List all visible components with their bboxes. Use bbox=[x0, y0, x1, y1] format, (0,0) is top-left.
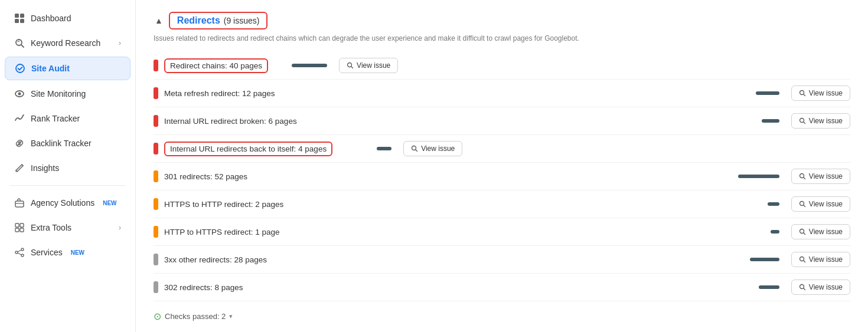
sidebar-label-agency-solutions: Agency Solutions bbox=[31, 198, 94, 208]
view-issue-button-302-redirects[interactable]: View issue bbox=[791, 280, 850, 295]
sidebar-item-rank-tracker[interactable]: Rank Tracker bbox=[5, 107, 130, 130]
issue-bar-3xx-other bbox=[750, 258, 779, 261]
passed-row-case-normalization: Internal redirects from case normalizati… bbox=[154, 328, 850, 332]
checks-passed-chevron: ▾ bbox=[229, 313, 233, 320]
svg-line-33 bbox=[803, 233, 805, 235]
issue-row-redirect-chains: Redirect chains: 40 pages View issue bbox=[154, 52, 850, 80]
sidebar-label-insights: Insights bbox=[31, 163, 59, 173]
issue-indicator-internal-url-itself bbox=[154, 143, 158, 155]
chevron-right-icon-tools: › bbox=[119, 223, 121, 232]
issue-bar-container-internal-url-broken bbox=[726, 119, 779, 123]
sidebar-item-insights[interactable]: Insights bbox=[5, 157, 130, 179]
issue-bar-internal-url-broken bbox=[762, 119, 779, 123]
view-issue-button-301-redirects[interactable]: View issue bbox=[791, 169, 850, 184]
content-area: ▲ Redirects (9 issues) Issues related to… bbox=[136, 0, 868, 332]
sidebar-item-site-monitoring[interactable]: Site Monitoring bbox=[5, 83, 130, 105]
issue-indicator-internal-url-broken bbox=[154, 115, 158, 127]
collapse-button[interactable]: ▲ bbox=[154, 15, 164, 27]
issue-bar-internal-url-itself bbox=[377, 147, 391, 150]
grid4-icon bbox=[14, 222, 25, 233]
main-content: ▲ Redirects (9 issues) Issues related to… bbox=[136, 0, 868, 332]
sidebar-divider bbox=[9, 185, 126, 186]
sidebar-label-dashboard: Dashboard bbox=[31, 14, 71, 23]
svg-point-16 bbox=[15, 251, 18, 254]
view-issue-button-meta-refresh[interactable]: View issue bbox=[791, 86, 850, 101]
sidebar-label-rank-tracker: Rank Tracker bbox=[31, 114, 80, 123]
check-circle-icon: ⊙ bbox=[154, 311, 161, 322]
issue-indicator-meta-refresh bbox=[154, 87, 158, 99]
search-loop-icon bbox=[14, 38, 25, 48]
issue-text-meta-refresh: Meta refresh redirect: 12 pages bbox=[164, 89, 720, 98]
briefcase-icon bbox=[14, 198, 25, 208]
issue-indicator-https-to-http bbox=[154, 198, 158, 210]
highlighted-box-internal-url-itself: Internal URL redirects back to itself: 4… bbox=[164, 142, 332, 156]
view-issue-button-internal-url-itself[interactable]: View issue bbox=[403, 141, 462, 156]
view-issue-button-internal-url-broken[interactable]: View issue bbox=[791, 113, 850, 129]
svg-rect-2 bbox=[15, 19, 19, 23]
svg-rect-0 bbox=[15, 14, 19, 18]
highlighted-box-redirect-chains: Redirect chains: 40 pages bbox=[164, 58, 268, 73]
section-count: (9 issues) bbox=[224, 16, 260, 25]
svg-line-23 bbox=[803, 94, 805, 96]
section-title-box: Redirects (9 issues) bbox=[169, 12, 268, 29]
issue-bar-container-301-redirects bbox=[726, 175, 779, 178]
svg-rect-12 bbox=[20, 223, 24, 227]
chevron-right-icon: › bbox=[119, 39, 121, 47]
sidebar-item-backlink-tracker[interactable]: Backlink Tracker bbox=[5, 132, 130, 155]
svg-rect-9 bbox=[15, 201, 24, 207]
checks-passed-header[interactable]: ⊙ Checks passed: 2 ▾ bbox=[154, 311, 850, 322]
issue-bar-301-redirects bbox=[738, 175, 779, 178]
badge-new-agency: NEW bbox=[103, 200, 116, 206]
view-issue-button-redirect-chains[interactable]: View issue bbox=[339, 58, 398, 73]
issue-text-http-to-https: HTTP to HTTPS redirect: 1 page bbox=[164, 228, 720, 236]
grid-icon bbox=[14, 13, 25, 24]
sidebar-item-services[interactable]: Services NEW bbox=[5, 241, 130, 264]
sidebar-label-extra-tools: Extra Tools bbox=[31, 223, 71, 232]
share-icon bbox=[14, 247, 25, 258]
svg-line-18 bbox=[18, 250, 21, 252]
issue-bar-302-redirects bbox=[759, 285, 779, 289]
sidebar-item-agency-solutions[interactable]: Agency Solutions NEW bbox=[5, 192, 130, 214]
svg-point-8 bbox=[18, 93, 21, 96]
issue-row-302-redirects: 302 redirects: 8 pages View issue bbox=[154, 274, 850, 301]
issue-indicator-302-redirects bbox=[154, 281, 158, 293]
circle-check-icon bbox=[15, 63, 25, 74]
sidebar-label-site-monitoring: Site Monitoring bbox=[31, 89, 86, 98]
issue-row-internal-url-itself: Internal URL redirects back to itself: 4… bbox=[154, 135, 850, 163]
sidebar: Dashboard Keyword Research › Site Audit bbox=[0, 0, 136, 332]
sidebar-item-site-audit[interactable]: Site Audit bbox=[5, 57, 130, 80]
issue-indicator-301-redirects bbox=[154, 170, 158, 182]
issue-text-301-redirects: 301 redirects: 52 pages bbox=[164, 172, 720, 181]
view-issue-button-3xx-other[interactable]: View issue bbox=[791, 252, 850, 267]
sidebar-label-keyword-research: Keyword Research bbox=[31, 38, 100, 48]
issue-bar-container-redirect-chains bbox=[274, 64, 327, 67]
issue-row-http-to-https: HTTP to HTTPS redirect: 1 page View issu… bbox=[154, 218, 850, 246]
view-issue-button-https-to-http[interactable]: View issue bbox=[791, 196, 850, 212]
issue-indicator-http-to-https bbox=[154, 226, 158, 238]
sidebar-item-keyword-research[interactable]: Keyword Research › bbox=[5, 32, 130, 54]
svg-rect-11 bbox=[15, 223, 19, 227]
issue-bar-meta-refresh bbox=[756, 91, 779, 95]
sidebar-item-extra-tools[interactable]: Extra Tools › bbox=[5, 216, 130, 239]
eye-icon bbox=[14, 88, 25, 99]
svg-line-37 bbox=[803, 288, 805, 290]
svg-rect-14 bbox=[20, 228, 24, 232]
issue-row-https-to-http: HTTPS to HTTP redirect: 2 pages View iss… bbox=[154, 190, 850, 218]
view-issue-button-http-to-https[interactable]: View issue bbox=[791, 224, 850, 239]
issue-bar-container-http-to-https bbox=[726, 230, 779, 234]
sidebar-item-dashboard[interactable]: Dashboard bbox=[5, 7, 130, 29]
wave-icon bbox=[14, 113, 25, 124]
svg-line-35 bbox=[803, 261, 805, 262]
issue-bar-container-internal-url-itself bbox=[338, 147, 391, 150]
svg-line-19 bbox=[18, 253, 21, 255]
svg-point-15 bbox=[21, 248, 24, 251]
issue-row-meta-refresh: Meta refresh redirect: 12 pages View iss… bbox=[154, 80, 850, 107]
sidebar-label-services: Services bbox=[31, 248, 63, 257]
issue-bar-http-to-https bbox=[771, 230, 779, 234]
passed-issues-list: Internal redirects from case normalizati… bbox=[154, 328, 850, 332]
svg-line-21 bbox=[351, 67, 353, 68]
issue-indicator-redirect-chains bbox=[154, 60, 158, 71]
svg-point-17 bbox=[21, 254, 24, 257]
svg-rect-1 bbox=[20, 14, 24, 18]
pencil-icon bbox=[14, 163, 25, 173]
